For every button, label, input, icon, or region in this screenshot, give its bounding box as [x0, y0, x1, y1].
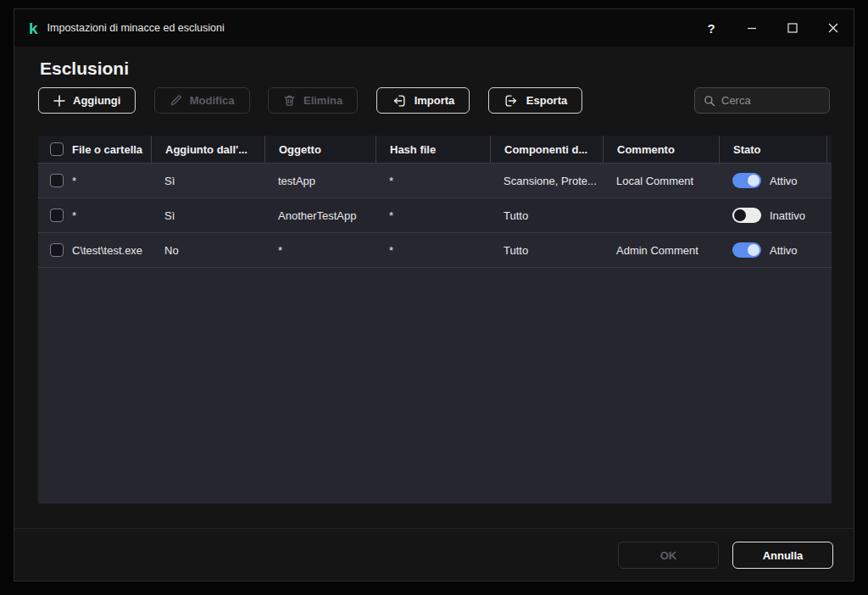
cancel-button[interactable]: Annulla: [732, 542, 833, 569]
cell-added-by: Sì: [151, 164, 264, 197]
search-box[interactable]: [694, 87, 830, 114]
footer-divider: [14, 528, 854, 529]
delete-button-label: Elimina: [303, 94, 342, 107]
close-icon: [828, 23, 838, 33]
col-status: Stato: [719, 136, 826, 163]
row-checkbox[interactable]: [50, 209, 64, 222]
cell-file: *: [72, 209, 76, 222]
trash-icon: [283, 94, 296, 107]
cell-components: Tutto: [490, 198, 603, 232]
import-button[interactable]: Importa: [376, 87, 470, 114]
plus-icon: [53, 95, 65, 107]
close-button[interactable]: [813, 9, 854, 47]
cell-object: testApp: [264, 164, 376, 197]
maximize-button[interactable]: [772, 9, 813, 47]
table-row[interactable]: C\test\test.exe No * * Tutto Admin Comme…: [38, 233, 832, 268]
export-button-label: Esporta: [526, 94, 567, 107]
status-toggle[interactable]: [732, 242, 761, 258]
table-row[interactable]: * Sì testApp * Scansione, Prote... Local…: [38, 164, 832, 198]
cell-status: Attivo: [770, 244, 798, 257]
status-toggle[interactable]: [732, 208, 761, 223]
cell-hash: *: [376, 164, 490, 197]
cell-hash: *: [376, 233, 490, 267]
footer: OK Annulla: [618, 542, 833, 569]
status-toggle[interactable]: [732, 173, 761, 188]
window-controls: ?: [691, 9, 854, 47]
toolbar: Aggiungi Modifica Elimina Importa Esport…: [38, 87, 830, 114]
cell-status: Attivo: [770, 175, 798, 187]
minimize-icon: [747, 23, 757, 33]
app-window: k Impostazioni di minacce ed esclusioni …: [14, 8, 854, 581]
select-all-checkbox[interactable]: [50, 142, 64, 156]
cell-file: *: [72, 175, 76, 187]
cell-added-by: Sì: [151, 198, 264, 232]
table-header: File o cartella Aggiunto dall'... Oggett…: [38, 136, 832, 164]
col-hash: Hash file: [376, 136, 490, 163]
cell-components: Tutto: [490, 233, 603, 267]
maximize-icon: [787, 23, 798, 33]
row-checkbox[interactable]: [50, 243, 64, 257]
page-title: Esclusioni: [40, 58, 129, 79]
search-icon: [704, 95, 715, 107]
add-button-label: Aggiungi: [73, 94, 120, 107]
window-title: Impostazioni di minacce ed esclusioni: [47, 22, 225, 34]
col-added-by: Aggiunto dall'...: [151, 136, 264, 163]
edit-button-label: Modifica: [190, 94, 235, 107]
table-body: * Sì testApp * Scansione, Prote... Local…: [38, 164, 832, 268]
col-components: Componenti d...: [490, 136, 603, 163]
search-input[interactable]: [721, 94, 821, 107]
row-checkbox[interactable]: [50, 174, 64, 187]
pencil-icon: [170, 94, 182, 107]
cell-comment: Admin Comment: [603, 233, 719, 267]
help-button[interactable]: ?: [691, 9, 732, 47]
cell-comment: Local Comment: [603, 164, 719, 197]
kaspersky-logo-icon: k: [29, 20, 37, 36]
cell-file: C\test\test.exe: [72, 244, 142, 257]
cell-comment: [603, 198, 719, 232]
cell-object: AnotherTestApp: [264, 198, 376, 232]
col-file: File o cartella: [72, 143, 142, 156]
col-comment: Commento: [603, 136, 719, 163]
minimize-button[interactable]: [732, 9, 772, 47]
export-button[interactable]: Esporta: [488, 87, 582, 114]
import-button-label: Importa: [415, 94, 455, 107]
table-row[interactable]: * Sì AnotherTestApp * Tutto Inattivo: [38, 198, 832, 233]
col-filler: [826, 136, 832, 163]
cell-added-by: No: [151, 233, 264, 267]
import-icon: [392, 93, 407, 108]
export-icon: [504, 93, 519, 108]
edit-button[interactable]: Modifica: [154, 87, 250, 114]
col-object: Oggetto: [264, 136, 376, 163]
cell-object: *: [264, 233, 376, 267]
delete-button[interactable]: Elimina: [268, 87, 358, 114]
exclusions-table: File o cartella Aggiunto dall'... Oggett…: [38, 136, 832, 503]
add-button[interactable]: Aggiungi: [38, 87, 136, 114]
titlebar: k Impostazioni di minacce ed esclusioni …: [14, 9, 854, 47]
cell-components: Scansione, Prote...: [490, 164, 603, 197]
cell-status: Inattivo: [770, 209, 805, 222]
ok-button[interactable]: OK: [618, 542, 719, 569]
cell-hash: *: [376, 198, 490, 232]
